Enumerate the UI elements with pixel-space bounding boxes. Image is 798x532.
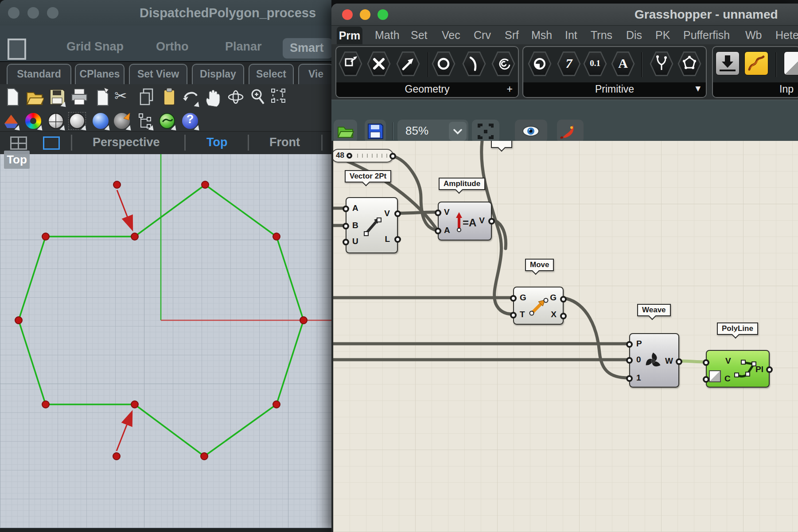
amplitude-component[interactable]: V A =A V <box>438 202 492 241</box>
render-sphere-icon[interactable] <box>92 112 110 131</box>
menu-set[interactable]: Set <box>411 29 428 42</box>
polyline-port-pl[interactable] <box>766 366 773 373</box>
box-component-icon[interactable] <box>339 51 362 77</box>
polyline-port-c[interactable] <box>703 376 709 383</box>
viewport-tab-perspective[interactable]: Perspective <box>93 136 160 149</box>
menu-prm[interactable]: Prm <box>337 27 362 44</box>
window-zoom-icon[interactable] <box>47 7 58 19</box>
smart-track-toggle[interactable]: Smart <box>283 38 331 58</box>
planar-toggle[interactable]: Planar <box>225 40 262 54</box>
viewport-title-badge[interactable]: Top <box>4 151 30 169</box>
panel-component-icon[interactable] <box>784 51 798 75</box>
move-port-g-in[interactable] <box>510 295 517 302</box>
primitive-panel-label[interactable]: Primitive▾ <box>523 82 706 97</box>
menu-trns[interactable]: Trns <box>591 29 612 42</box>
new-file-icon[interactable] <box>4 87 22 107</box>
text-component-icon[interactable]: A <box>611 51 635 77</box>
rhino-titlebar[interactable]: DispatchedPolygon_process <box>0 0 331 26</box>
weave-port-w[interactable] <box>676 358 682 365</box>
vector2pt-port-u[interactable] <box>343 239 349 245</box>
hierarchy-icon[interactable] <box>136 112 154 131</box>
vector2pt-port-l[interactable] <box>394 236 401 243</box>
geometry-panel-label[interactable]: Geometry+ <box>336 82 518 97</box>
window-minimize-icon[interactable] <box>27 7 39 19</box>
gh-save-button[interactable] <box>365 120 386 143</box>
menu-pufferfish[interactable]: Pufferfish <box>683 29 730 42</box>
top-viewport[interactable] <box>0 154 331 528</box>
menu-int[interactable]: Int <box>565 29 577 42</box>
save-icon[interactable] <box>48 87 66 107</box>
integer-component-icon[interactable]: 7 <box>557 51 581 77</box>
boolean-component-icon[interactable] <box>528 51 552 77</box>
layer-state-icon[interactable] <box>2 112 20 131</box>
layout-toggle-icon[interactable] <box>8 39 26 60</box>
tree-branch-component-icon[interactable] <box>650 51 673 77</box>
print-icon[interactable] <box>70 87 89 107</box>
circle-component-icon[interactable] <box>432 51 455 77</box>
zoom-window-icon[interactable] <box>269 87 288 107</box>
slider-knob[interactable] <box>346 153 352 159</box>
tab-set-view[interactable]: Set View <box>129 64 187 84</box>
vector2pt-port-a[interactable] <box>343 206 349 212</box>
spotlight-icon[interactable] <box>113 112 132 131</box>
polyline-component[interactable]: V C Pl <box>706 350 770 388</box>
menu-wb[interactable]: Wb <box>745 29 762 42</box>
preview-eye-button[interactable] <box>515 120 547 143</box>
polyline-port-v[interactable] <box>703 359 709 366</box>
vector2pt-port-v[interactable] <box>394 210 401 217</box>
ortho-toggle[interactable]: Ortho <box>156 40 189 54</box>
gh-canvas[interactable]: 48 Vector 2Pt A B U <box>333 141 798 532</box>
tab-cplanes[interactable]: CPlanes <box>75 64 125 84</box>
menu-pk[interactable]: PK <box>655 29 670 42</box>
viewport-tab-front[interactable]: Front <box>269 136 300 149</box>
earth-icon[interactable] <box>158 112 177 131</box>
four-view-icon[interactable] <box>10 136 27 150</box>
gh-close-icon[interactable] <box>342 9 353 20</box>
undo-icon[interactable] <box>181 87 200 107</box>
help-icon[interactable]: ? <box>181 112 200 131</box>
tab-display[interactable]: Display <box>192 64 244 84</box>
window-close-icon[interactable] <box>8 7 19 19</box>
zoom-icon[interactable] <box>249 87 267 107</box>
weave-port-1[interactable] <box>626 375 633 382</box>
number-slider[interactable]: 48 <box>333 149 393 163</box>
color-wheel-icon[interactable] <box>24 112 43 131</box>
grid-snap-toggle[interactable]: Grid Snap <box>66 40 124 54</box>
vector2pt-component[interactable]: A B U V L <box>346 197 398 253</box>
menu-vec[interactable]: Vec <box>442 29 460 42</box>
gh-zoom-icon[interactable] <box>378 9 388 20</box>
menu-hete[interactable]: Hete <box>775 29 798 42</box>
gh-open-button[interactable] <box>334 120 357 143</box>
rotate-view-icon[interactable] <box>226 87 245 107</box>
number-component-icon[interactable]: 0.1 <box>583 51 607 77</box>
amplitude-port-a[interactable] <box>435 228 441 234</box>
vector2pt-port-b[interactable] <box>343 223 349 229</box>
gh-titlebar[interactable]: Grasshopper - unnamed <box>331 4 798 26</box>
move-port-x[interactable] <box>560 313 567 319</box>
gh-minimize-icon[interactable] <box>360 9 370 20</box>
shaded-sphere-icon[interactable] <box>47 112 66 131</box>
curve-component-icon[interactable] <box>462 51 486 77</box>
wireframe-sphere-icon[interactable] <box>68 112 87 131</box>
menu-dis[interactable]: Dis <box>626 29 642 42</box>
copy-icon[interactable] <box>137 87 156 107</box>
export-icon[interactable] <box>93 87 112 107</box>
menu-crv[interactable]: Crv <box>474 29 491 42</box>
tab-viewport-layout[interactable]: Vie <box>298 64 331 84</box>
zoom-level-dropdown[interactable]: 85% <box>397 120 468 143</box>
move-port-g-out[interactable] <box>560 296 567 303</box>
vector-component-icon[interactable] <box>396 51 420 77</box>
amplitude-port-v-in[interactable] <box>435 210 441 216</box>
amplitude-port-v-out[interactable] <box>488 218 495 225</box>
open-file-icon[interactable] <box>25 87 44 107</box>
zoom-extents-button[interactable] <box>472 120 499 143</box>
move-component[interactable]: G T G X <box>513 287 564 325</box>
single-view-icon[interactable] <box>43 136 60 150</box>
data-graph-component-icon[interactable] <box>677 51 701 77</box>
menu-msh[interactable]: Msh <box>531 29 552 42</box>
paste-icon[interactable] <box>160 87 179 107</box>
zoom-chevron-button[interactable] <box>449 122 467 141</box>
tab-standard[interactable]: Standard <box>7 64 71 84</box>
point-component-icon[interactable] <box>367 51 391 77</box>
input-panel-label[interactable]: Inp <box>713 82 798 97</box>
